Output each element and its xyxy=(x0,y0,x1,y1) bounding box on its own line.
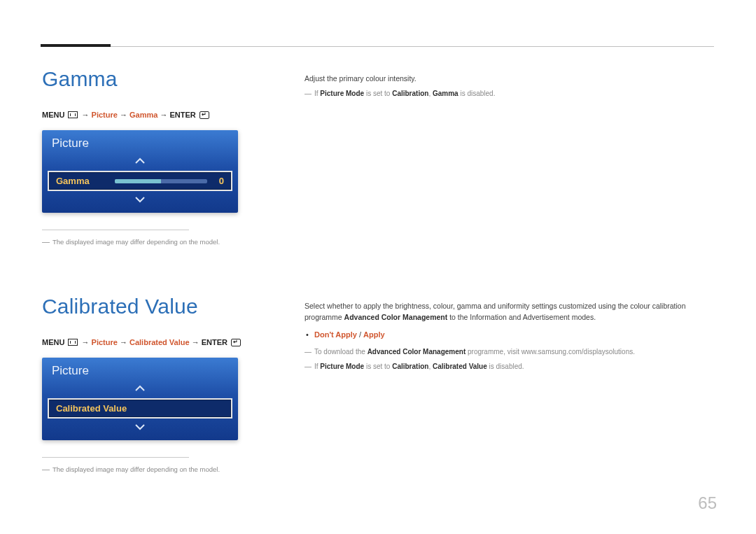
osd-up-arrow-row[interactable] xyxy=(42,155,238,169)
calibrated-note2: ―If Picture Mode is set to Calibration, … xyxy=(304,361,714,372)
calibrated-title: Calibrated Value xyxy=(42,295,276,318)
gamma-value: 0 xyxy=(213,176,224,186)
gamma-footnote-text: The displayed image may differ depending… xyxy=(52,238,220,246)
enter-icon xyxy=(231,339,241,346)
p1-tail: to the Information and Advertisement mod… xyxy=(447,313,596,321)
calibrated-note1: ―To download the Advanced Color Manageme… xyxy=(304,346,714,358)
option-sep: / xyxy=(357,330,363,339)
section-calibrated-value: Calibrated Value MENU → Picture → Calibr… xyxy=(42,295,714,473)
gamma-footnote: ―The displayed image may differ dependin… xyxy=(42,237,276,246)
enter-label: ENTER xyxy=(169,111,195,119)
menu-path-gamma: Gamma xyxy=(130,111,158,119)
osd-row-label: Gamma xyxy=(56,176,90,186)
note2-end: is disabled. xyxy=(487,363,524,370)
menu-path-picture: Picture xyxy=(92,338,118,346)
menu-icon xyxy=(68,111,78,118)
chevron-up-icon xyxy=(134,385,146,392)
gamma-title: Gamma xyxy=(42,67,276,91)
gamma-body-p1: Adjust the primary colour intensity. xyxy=(304,73,714,84)
chevron-down-icon xyxy=(134,423,146,430)
calibrated-options: Don't Apply / Apply xyxy=(304,329,714,341)
dash-icon: ― xyxy=(42,237,50,246)
enter-label: ENTER xyxy=(202,338,227,346)
gamma-slider-fill xyxy=(115,179,161,183)
osd-row-label: Calibrated Value xyxy=(56,403,127,414)
page-top-rule-accent xyxy=(41,44,111,47)
page-number: 65 xyxy=(698,493,717,513)
menu-icon xyxy=(68,339,78,346)
gamma-slider[interactable] xyxy=(115,179,207,183)
enter-icon xyxy=(200,111,209,119)
dash-icon: ― xyxy=(304,348,312,356)
option-dont-apply: Don't Apply xyxy=(314,330,357,339)
gamma-osd-row[interactable]: Gamma 0 xyxy=(48,171,232,191)
osd-spacer xyxy=(42,435,238,440)
osd-down-arrow-row[interactable] xyxy=(42,421,238,435)
note-calibration: Calibration xyxy=(392,90,428,97)
note1-tail: programme, visit www.samsung.com/display… xyxy=(465,348,635,356)
dash-icon: ― xyxy=(304,363,312,370)
gamma-osd-panel: Picture Gamma 0 xyxy=(42,130,238,213)
note-picture-mode: Picture Mode xyxy=(320,90,364,97)
note-end: is disabled. xyxy=(458,90,496,97)
note2-mid: is set to xyxy=(364,363,392,370)
calibrated-osd-panel: Picture Calibrated Value xyxy=(42,358,238,440)
menu-path-picture: Picture xyxy=(92,111,118,119)
note-gamma: Gamma xyxy=(433,90,458,97)
option-apply: Apply xyxy=(363,330,385,339)
gamma-left-column: Gamma MENU → Picture → Gamma → ENTER Pic… xyxy=(42,67,276,246)
calibrated-osd-row[interactable]: Calibrated Value xyxy=(48,398,232,419)
osd-header: Picture xyxy=(42,358,238,382)
osd-header: Picture xyxy=(42,130,238,155)
calibrated-footnote-rule xyxy=(42,457,189,458)
note1-prefix: To download the xyxy=(314,348,368,356)
note-mid: is set to xyxy=(364,90,392,97)
menu-path-calibrated: Calibrated Value xyxy=(130,338,190,346)
gamma-footnote-rule xyxy=(42,230,189,230)
gamma-menu-path: MENU → Picture → Gamma → ENTER xyxy=(42,111,276,119)
chevron-up-icon xyxy=(134,157,146,164)
calibrated-right-column: Select whether to apply the brightness, … xyxy=(304,295,714,473)
note2-calibration: Calibration xyxy=(392,363,428,370)
osd-down-arrow-row[interactable] xyxy=(42,193,238,207)
gamma-body-note: ―If Picture Mode is set to Calibration, … xyxy=(304,88,714,99)
page-root: Gamma MENU → Picture → Gamma → ENTER Pic… xyxy=(0,0,756,534)
dash-icon: ― xyxy=(42,465,50,473)
menu-label: MENU xyxy=(42,111,64,119)
gamma-right-column: Adjust the primary colour intensity. ―If… xyxy=(304,67,714,246)
dash-icon: ― xyxy=(304,90,312,97)
calibrated-footnote: ―The displayed image may differ dependin… xyxy=(42,465,276,473)
page-top-rule xyxy=(42,46,714,47)
note2-picture-mode: Picture Mode xyxy=(320,363,364,370)
chevron-down-icon xyxy=(134,196,146,203)
note2-calibrated-value: Calibrated Value xyxy=(433,363,487,370)
menu-label: MENU xyxy=(42,338,64,346)
p1-bold: Advanced Color Management xyxy=(344,313,448,321)
calibrated-footnote-text: The displayed image may differ depending… xyxy=(52,465,220,473)
calibrated-body-p1: Select whether to apply the brightness, … xyxy=(304,300,714,323)
calibrated-menu-path: MENU → Picture → Calibrated Value → ENTE… xyxy=(42,338,276,346)
osd-up-arrow-row[interactable] xyxy=(42,382,238,396)
osd-spacer xyxy=(42,207,238,213)
note1-bold: Advanced Color Management xyxy=(368,348,466,356)
calibrated-left-column: Calibrated Value MENU → Picture → Calibr… xyxy=(42,295,276,473)
section-gamma: Gamma MENU → Picture → Gamma → ENTER Pic… xyxy=(42,67,714,246)
